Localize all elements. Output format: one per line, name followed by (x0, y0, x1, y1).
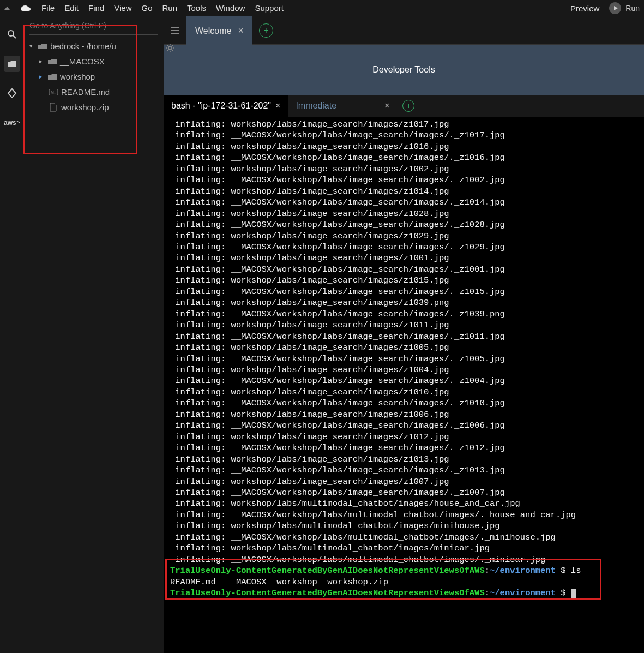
panel-menu-icon[interactable] (164, 27, 186, 34)
preview-button[interactable]: Preview (570, 4, 599, 13)
search-icon[interactable] (4, 26, 20, 43)
left-rail: aws (0, 16, 24, 653)
menu-view[interactable]: View (114, 3, 131, 13)
source-control-icon[interactable] (4, 85, 20, 101)
close-icon[interactable]: × (275, 101, 280, 111)
folder-label: __MACOSX (60, 57, 105, 66)
add-terminal-button[interactable]: + (402, 100, 414, 112)
markdown-icon: M↓ (49, 88, 58, 95)
editor-tab-row: Welcome × + (164, 16, 644, 45)
terminal-tab-row: bash - "ip-172-31-61-202" × Immediate × … (164, 95, 644, 117)
svg-point-2 (168, 46, 172, 50)
folder-icon (38, 42, 47, 50)
menu-window[interactable]: Window (216, 3, 245, 13)
menu-edit[interactable]: Edit (64, 3, 79, 13)
term-tab-label: bash - "ip-172-31-61-202" (171, 101, 271, 111)
goto-placeholder: Go to Anything (Ctrl-P) (29, 21, 106, 30)
term-tab-label: Immediate (296, 101, 336, 111)
tree-root[interactable]: ▾ bedrock - /home/u (24, 38, 164, 53)
chevron-right-icon: ▸ (39, 58, 45, 65)
menu-support[interactable]: Support (255, 3, 284, 13)
run-button[interactable]: Run (609, 2, 640, 14)
chevron-down-icon: ▾ (29, 43, 35, 50)
svg-line-7 (167, 45, 168, 46)
terminal-output[interactable]: inflating: workshop/labs/image_search/im… (164, 117, 644, 653)
terminal-tab-bash[interactable]: bash - "ip-172-31-61-202" × (164, 95, 288, 117)
menu-run[interactable]: Run (162, 3, 177, 13)
file-label: README.md (61, 87, 110, 97)
goto-anything-input[interactable]: Go to Anything (Ctrl-P) (29, 16, 158, 35)
close-icon[interactable]: × (384, 101, 389, 111)
environment-icon[interactable] (4, 56, 20, 72)
header-title: Developer Tools (372, 65, 435, 75)
collapse-icon[interactable] (4, 7, 10, 10)
menu-go[interactable]: Go (141, 3, 152, 13)
folder-icon (48, 57, 57, 65)
menu-tools[interactable]: Tools (187, 3, 206, 13)
tree-file-readme[interactable]: M↓ README.md (24, 84, 164, 99)
svg-line-1 (13, 35, 16, 38)
gear-icon[interactable] (166, 44, 174, 54)
root-label: bedrock - /home/u (50, 41, 116, 51)
close-icon[interactable]: × (238, 25, 244, 37)
folder-icon (48, 73, 57, 80)
tree-folder-workshop[interactable]: ▸ workshop (24, 69, 164, 84)
menu-find[interactable]: Find (88, 3, 104, 13)
cloud9-icon[interactable] (20, 3, 32, 13)
svg-line-9 (167, 50, 168, 51)
tab-label: Welcome (195, 26, 231, 36)
file-tree-sidebar: Go to Anything (Ctrl-P) ▾ bedrock - /hom… (24, 16, 164, 653)
developer-tools-header: Developer Tools (164, 45, 644, 95)
aws-icon[interactable]: aws (4, 115, 20, 131)
svg-line-10 (172, 45, 173, 46)
chevron-right-icon: ▸ (39, 73, 45, 80)
svg-point-0 (8, 31, 14, 36)
menu-file[interactable]: File (41, 3, 55, 13)
zip-icon (49, 103, 58, 111)
file-label: workshop.zip (61, 103, 109, 112)
tab-welcome[interactable]: Welcome × (186, 16, 252, 45)
terminal-tab-immediate[interactable]: Immediate × (288, 95, 397, 117)
tree-folder-macosx[interactable]: ▸ __MACOSX (24, 53, 164, 69)
folder-label: workshop (60, 72, 95, 81)
run-label: Run (625, 4, 640, 13)
add-tab-button[interactable]: + (259, 23, 273, 38)
play-icon (609, 2, 621, 14)
svg-line-8 (172, 50, 173, 51)
svg-text:M↓: M↓ (51, 91, 56, 94)
tree-file-workshop-zip[interactable]: workshop.zip (24, 99, 164, 115)
menu-bar: File Edit Find View Go Run Tools Window … (0, 0, 644, 16)
